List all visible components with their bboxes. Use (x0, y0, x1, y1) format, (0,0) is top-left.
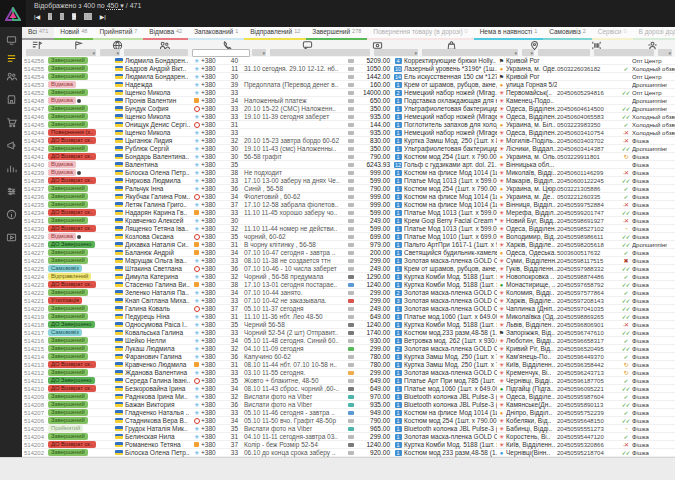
status-badge: ДО Завершено (48, 241, 95, 248)
order-source: Фішка (632, 401, 649, 409)
tab-label: Сервіси (598, 28, 622, 35)
filter-client[interactable] (124, 49, 188, 56)
filter-delivery[interactable]: ▾ (522, 49, 534, 56)
status-cell: Відмова (48, 81, 112, 89)
filter-source[interactable]: ▾ (658, 49, 672, 56)
order-total: 249.00 (357, 265, 392, 273)
video-icon[interactable] (0, 228, 22, 246)
phone-suffix: 33 (223, 257, 240, 265)
delivery-cell: ✳ (497, 113, 506, 121)
order-id: 514220 (22, 305, 48, 313)
tab-label: Завершений (312, 28, 350, 35)
messenger-cell: ✳ (192, 345, 201, 353)
country-cell (112, 417, 125, 425)
status-badge: ДО Возврат ск.. (48, 385, 96, 392)
filter-address[interactable] (538, 49, 590, 56)
messenger-cell (192, 377, 201, 385)
delivery-cell: ✳ (497, 233, 506, 241)
phone-suffix: 31 (223, 121, 240, 129)
product-name: Bluetooth колонка JBL Pulse-3 (.. (404, 401, 497, 409)
page-button-8[interactable]: 8 (60, 13, 64, 20)
tab-4[interactable]: Відмова42 (143, 27, 188, 40)
settings-icon[interactable] (0, 182, 22, 200)
clients-icon[interactable] (0, 67, 22, 85)
status-cell: Завершений (48, 409, 112, 417)
status-cell: Завершений (48, 201, 112, 209)
order-source: Фішка (632, 257, 649, 265)
country-cell (112, 249, 125, 257)
phone-prefix: +380 (201, 281, 223, 289)
client-name: Надарян Карина Гв.. (125, 209, 192, 217)
order-total: 935.00 (357, 129, 392, 137)
per-page-selector[interactable]: 450 ▾ (107, 2, 124, 9)
quantity-badge: 10 (394, 66, 402, 72)
status-cell: Завершений (48, 89, 112, 97)
delivery-status-icon: ↻ (619, 361, 632, 369)
filter-phone-mode[interactable]: ▾ (252, 49, 266, 56)
chevron-down-icon: ▾ (116, 50, 120, 56)
order-row[interactable]: 514202ЗавершенийБілоска Олена Петр..✳+38… (22, 449, 675, 457)
order-source: Дропшиппінг (632, 81, 667, 89)
comment-text: 17.10 13-01 сегодня постарае.. (240, 281, 348, 289)
nova-poshta-icon: ✳ (499, 266, 504, 272)
tab-10[interactable]: Самовивіз2 (543, 27, 592, 40)
tab-12[interactable]: В дорозі додому0 (633, 27, 675, 40)
filter-payment[interactable]: ▾ (374, 49, 418, 56)
tab-11[interactable]: Сервіси0 (592, 27, 633, 40)
lp-crm-logo[interactable] (0, 0, 26, 27)
page-button-10[interactable]: 10 (84, 13, 92, 20)
filter-ttn[interactable] (594, 49, 654, 56)
tracking-number: 0503221305886 (557, 185, 619, 193)
dashboard-icon[interactable] (0, 31, 22, 49)
comment-text: чорний, 60-62 (240, 233, 348, 241)
delivery-cell: ● (497, 385, 506, 393)
order-total: 599.00 (357, 225, 392, 233)
tab-1[interactable]: Всі471 (22, 27, 54, 40)
tracking-number: 20450596449370 (557, 353, 619, 361)
tab-8[interactable]: Повернення товару (в дорозі)0 (367, 27, 473, 40)
quantity-cell: 1 (392, 353, 404, 361)
info-icon[interactable] (0, 205, 22, 223)
last-page-button[interactable]: ▶| (100, 13, 106, 20)
payment-type-icon (348, 371, 354, 375)
order-id: 514215 (22, 345, 48, 353)
page-button-7[interactable]: 7 (48, 13, 52, 20)
status-cell: ДО Завершено (48, 377, 112, 385)
quantity-badge: 1 (395, 194, 402, 200)
filter-product[interactable]: ▾ (422, 49, 518, 56)
status-cell: Завершений (48, 65, 112, 73)
order-id: 514225 (22, 265, 48, 273)
ukraine-flag-icon (115, 114, 123, 119)
tab-9[interactable]: Нема в наявності1 (474, 27, 544, 40)
tab-7[interactable]: Завершений278 (306, 27, 367, 40)
filter-comment[interactable] (270, 49, 370, 56)
phone-suffix: 37 (223, 201, 240, 209)
delivery-status-icon: -✕ (619, 201, 632, 209)
order-source: Фішка (632, 193, 649, 201)
client-name: Грудок Наталія Мик.. (125, 425, 192, 433)
filter-country[interactable]: ▾ (100, 49, 120, 56)
orders-icon[interactable] (0, 49, 22, 67)
client-name: Димула Катерина (125, 273, 192, 281)
client-name: Баланюк Андрій (125, 249, 192, 257)
tab-3[interactable]: Прийнятий7 (93, 27, 143, 40)
tab-5[interactable]: Запакований1 (188, 27, 244, 40)
filter-status[interactable]: ▾ (26, 49, 96, 56)
tab-6[interactable]: Відправлений12 (244, 27, 306, 40)
first-page-button[interactable]: |◀ (34, 13, 40, 20)
messenger-cell: ✳ (192, 393, 201, 401)
store-icon[interactable] (0, 90, 22, 108)
cart-icon[interactable] (0, 113, 22, 131)
country-cell (112, 65, 125, 73)
statistics-icon[interactable] (0, 159, 22, 177)
tab-2[interactable]: Новий48 (54, 27, 93, 40)
delivery-cell: ✳ (497, 377, 506, 385)
page-button-9[interactable]: 9 (72, 13, 76, 20)
payment-cell (348, 89, 357, 97)
marketing-icon[interactable] (0, 136, 22, 154)
status-cell: Завершений (48, 289, 112, 297)
comment-text: 11.10 11-44 номер не действи.. (240, 225, 348, 233)
call-source-icon: ✳ (194, 154, 199, 160)
lid-source-icon (194, 242, 199, 247)
delivery-status-icon: ✓✓ (619, 385, 632, 393)
